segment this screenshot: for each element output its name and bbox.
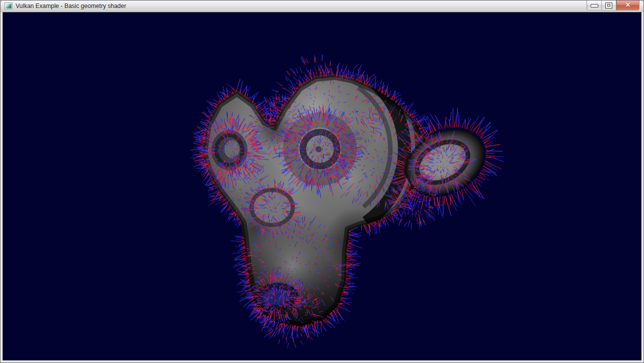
window-title: Vulkan Example - Basic geometry shader: [16, 1, 126, 12]
close-button[interactable]: ✕: [616, 1, 639, 10]
maximize-button[interactable]: [602, 1, 616, 10]
app-icon: [5, 3, 13, 10]
window-controls: ✕: [587, 1, 639, 11]
titlebar[interactable]: Vulkan Example - Basic geometry shader ✕: [1, 1, 643, 12]
maximize-icon: [605, 3, 612, 9]
minimize-icon: [591, 4, 598, 8]
vulkan-render-canvas[interactable]: [3, 13, 641, 360]
app-window: Vulkan Example - Basic geometry shader ✕: [0, 0, 644, 363]
render-viewport: [3, 12, 641, 360]
close-icon: ✕: [625, 1, 630, 10]
minimize-button[interactable]: [587, 1, 602, 10]
